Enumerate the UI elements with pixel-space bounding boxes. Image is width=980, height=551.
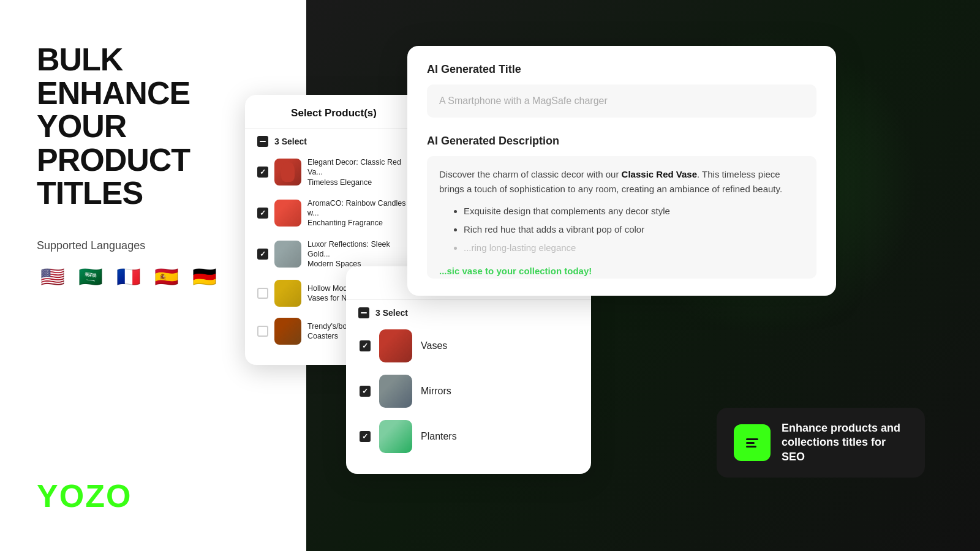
svg-rect-0 — [746, 438, 758, 440]
svg-rect-1 — [746, 442, 755, 444]
ai-title-input[interactable]: A Smartphone with a MagSafe charger — [427, 84, 816, 118]
ai-description-area[interactable]: Discover the charm of classic decor with… — [427, 156, 816, 279]
products-select-count: 3 Select — [274, 137, 307, 146]
ai-title-label: AI Generated Title — [427, 63, 816, 76]
ai-cta-text: ...sic vase to your collection today! — [439, 264, 804, 279]
collection-vases-name: Vases — [421, 340, 447, 351]
products-indeterminate-checkbox[interactable] — [257, 136, 268, 147]
flag-de: 🇩🇪 — [189, 261, 221, 293]
supported-languages: Supported Languages 🇺🇸 🇸🇦 🇫🇷 🇪🇸 🇩🇪 — [37, 239, 270, 293]
yozo-logo: YOZO — [37, 478, 132, 514]
ai-panel: AI Generated Title A Smartphone with a M… — [407, 46, 836, 296]
collections-panel: Select Collection(s) 3 Select Vases Mirr… — [346, 266, 591, 474]
product-3-checkbox[interactable] — [257, 249, 268, 260]
product-item-2[interactable]: AromaCO: Rainbow Candles w...Enchanting … — [245, 193, 423, 234]
feature-icon-svg — [744, 434, 761, 451]
collection-vases-checkbox[interactable] — [360, 340, 371, 351]
product-4-checkbox[interactable] — [257, 288, 268, 299]
ai-bullet-3: ...ring long-lasting elegance — [464, 241, 804, 255]
products-panel-title: Select Product(s) — [245, 107, 423, 129]
product-4-img — [274, 280, 301, 307]
collections-select-count: 3 Select — [375, 308, 408, 318]
flag-us: 🇺🇸 — [37, 261, 69, 293]
left-content: BULK ENHANCE YOUR PRODUCT TITLES Support… — [37, 43, 270, 293]
main-title: BULK ENHANCE YOUR PRODUCT TITLES — [37, 43, 270, 210]
feature-card: Enhance products and collections titles … — [717, 408, 925, 478]
feature-icon — [734, 424, 771, 461]
collections-indeterminate-checkbox[interactable] — [358, 307, 369, 318]
product-item-1[interactable]: Elegant Decor: Classic Red Va...Timeless… — [245, 152, 423, 193]
product-3-img — [274, 241, 301, 268]
product-1-name: Elegant Decor: Classic Red Va...Timeless… — [307, 157, 410, 187]
flag-es: 🇪🇸 — [151, 261, 183, 293]
collection-planters-name: Planters — [421, 431, 457, 442]
product-3-name: Luxor Reflections: Sleek Gold...Modern S… — [307, 239, 410, 269]
collection-item-mirrors[interactable]: Mirrors — [346, 369, 591, 414]
product-5-img — [274, 318, 301, 345]
collection-planters-checkbox[interactable] — [360, 431, 371, 442]
collection-mirrors-checkbox[interactable] — [360, 386, 371, 397]
flag-fr: 🇫🇷 — [113, 261, 145, 293]
collection-planters-img — [379, 420, 412, 453]
flags-row: 🇺🇸 🇸🇦 🇫🇷 🇪🇸 🇩🇪 — [37, 261, 270, 293]
ai-bullet-2: Rich red hue that adds a vibrant pop of … — [464, 222, 804, 237]
flag-sa: 🇸🇦 — [75, 261, 107, 293]
product-1-checkbox[interactable] — [257, 167, 268, 178]
collection-item-vases[interactable]: Vases — [346, 323, 591, 369]
collection-mirrors-img — [379, 375, 412, 408]
supported-label: Supported Languages — [37, 239, 270, 252]
ai-description-text: Discover the charm of classic decor with… — [439, 167, 804, 197]
collection-vases-img — [379, 329, 412, 362]
collections-select-all-row[interactable]: 3 Select — [346, 300, 591, 323]
product-2-checkbox[interactable] — [257, 208, 268, 219]
products-select-all-row[interactable]: 3 Select — [245, 129, 423, 152]
product-2-name: AromaCO: Rainbow Candles w...Enchanting … — [307, 198, 410, 228]
feature-card-text: Enhance products and collections titles … — [782, 421, 908, 464]
ai-description-label: AI Generated Description — [427, 135, 816, 148]
product-5-checkbox[interactable] — [257, 326, 268, 337]
product-2-img — [274, 200, 301, 227]
collection-mirrors-name: Mirrors — [421, 386, 451, 397]
product-1-img — [274, 159, 301, 186]
collection-item-planters[interactable]: Planters — [346, 414, 591, 459]
ai-bullet-1: Exquisite design that complements any de… — [464, 204, 804, 219]
svg-rect-2 — [746, 446, 756, 448]
